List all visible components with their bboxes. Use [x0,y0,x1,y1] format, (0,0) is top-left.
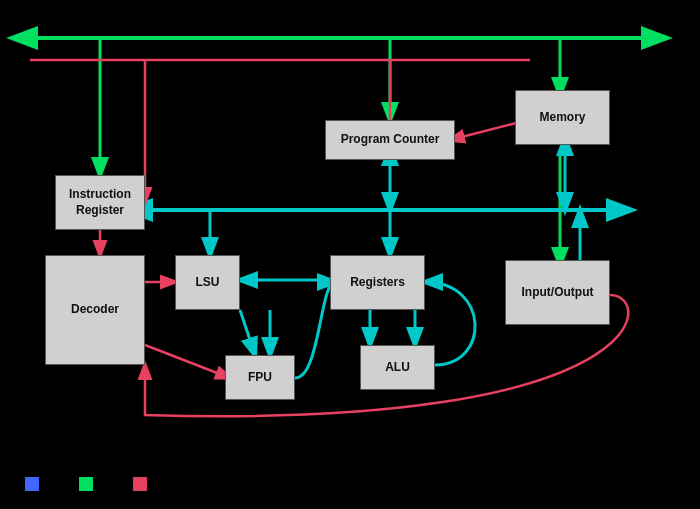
registers-box: Registers [330,255,425,310]
legend-green [79,477,93,491]
memory-box: Memory [515,90,610,145]
red-mem-to-pc [450,122,520,140]
program-counter-box: Program Counter [325,120,455,160]
teal-fpu-back [295,282,335,378]
lsu-box: LSU [175,255,240,310]
fpu-box: FPU [225,355,295,400]
legend-green-icon [79,477,93,491]
alu-box: ALU [360,345,435,390]
legend-red [133,477,147,491]
input-output-box: Input/Output [505,260,610,325]
legend-red-icon [133,477,147,491]
red-dec-to-fpu [145,345,230,378]
teal-lsu-to-fpu-l [240,310,255,355]
legend-blue [25,477,39,491]
decoder-box: Decoder [45,255,145,365]
legend-blue-icon [25,477,39,491]
instruction-register-box: InstructionRegister [55,175,145,230]
